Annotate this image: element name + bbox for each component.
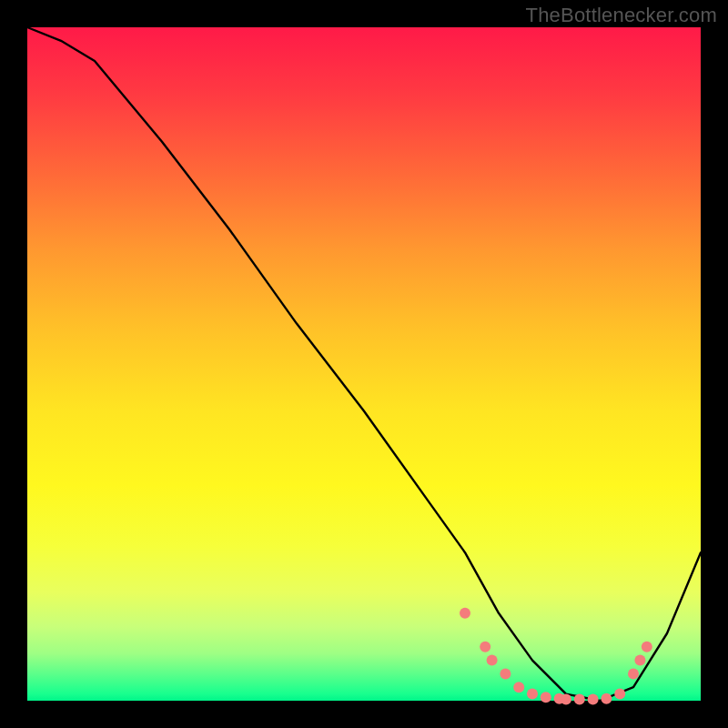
curve-marker bbox=[460, 608, 470, 619]
chart-frame: TheBottlenecker.com bbox=[0, 0, 728, 728]
curve-marker bbox=[500, 668, 511, 679]
bottleneck-curve bbox=[27, 27, 701, 701]
curve-marker bbox=[642, 642, 652, 652]
curve-marker bbox=[561, 694, 571, 705]
curve-marker bbox=[513, 682, 524, 693]
curve-marker bbox=[487, 655, 498, 666]
curve-marker bbox=[601, 693, 612, 704]
curve-marker bbox=[574, 694, 585, 705]
curve-marker bbox=[541, 692, 551, 703]
curve-marker bbox=[614, 689, 625, 700]
attribution-label: TheBottlenecker.com bbox=[526, 4, 717, 27]
curve-marker bbox=[588, 694, 599, 705]
curve-marker bbox=[628, 668, 639, 679]
curve-marker bbox=[527, 689, 538, 700]
curve-markers bbox=[460, 608, 652, 705]
bottleneck-chart-svg bbox=[27, 27, 701, 701]
curve-marker bbox=[480, 642, 490, 652]
curve-marker bbox=[634, 655, 645, 666]
